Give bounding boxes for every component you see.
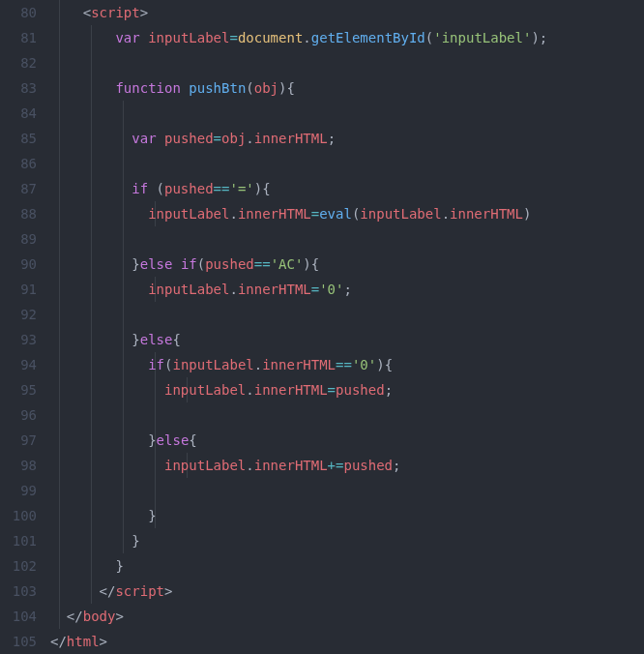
line-number: 94 [0, 352, 37, 377]
code-line[interactable]: if (pushed=='='){ [50, 176, 644, 201]
line-number: 87 [0, 176, 37, 201]
line-number: 102 [0, 553, 37, 579]
code-token [140, 30, 148, 45]
code-token: </ [67, 609, 83, 624]
code-token: '0' [352, 357, 376, 372]
code-line[interactable] [50, 402, 644, 428]
code-token: pushed [205, 256, 254, 272]
code-line[interactable]: var inputLabel=document.getElementById('… [50, 25, 644, 50]
code-line[interactable]: if(inputLabel.innerHTML=='0'){ [50, 352, 644, 377]
code-token: > [140, 5, 148, 20]
indent-guide [59, 302, 60, 327]
code-token: getElementById [311, 30, 425, 45]
line-number-gutter: 8081828384858687888990919293949596979899… [0, 0, 50, 654]
code-token: inputLabel [148, 206, 229, 222]
indent-guide [91, 478, 92, 503]
code-token: pushed [164, 181, 214, 196]
code-token [50, 357, 148, 372]
code-line[interactable]: } [50, 553, 644, 579]
code-line-text: inputLabel.innerHTML=pushed; [50, 382, 393, 398]
code-area[interactable]: <script> var inputLabel=document.getElem… [50, 0, 644, 654]
code-token: ( [246, 80, 253, 96]
code-token: ) [523, 206, 531, 222]
code-line-text: inputLabel.innerHTML=eval(inputLabel.inn… [50, 206, 531, 222]
code-token: </ [50, 634, 67, 649]
indent-guide [123, 226, 124, 252]
line-number: 90 [0, 252, 37, 277]
code-token: ( [197, 256, 205, 272]
indent-guide [155, 478, 156, 503]
code-token: eval [319, 206, 352, 222]
code-line[interactable]: }else{ [50, 327, 644, 352]
code-token: = [229, 30, 237, 45]
code-token: inputLabel [360, 206, 441, 222]
line-number: 95 [0, 377, 37, 402]
code-line[interactable] [50, 151, 644, 176]
code-line[interactable] [50, 50, 644, 75]
code-line-text: </script> [50, 583, 172, 599]
code-token: . [246, 131, 253, 146]
line-number: 83 [0, 75, 37, 101]
code-line[interactable]: inputLabel.innerHTML='0'; [50, 277, 644, 302]
code-line[interactable] [50, 478, 644, 503]
code-token [50, 382, 164, 398]
code-token: pushed [336, 382, 385, 398]
code-token [50, 533, 132, 549]
code-token: pushBtn [189, 80, 246, 96]
code-token [50, 458, 164, 473]
code-line[interactable]: <script> [50, 0, 644, 25]
code-line[interactable]: } [50, 503, 644, 528]
line-number: 103 [0, 579, 37, 604]
code-line[interactable] [50, 101, 644, 126]
code-token: inputLabel [148, 30, 229, 45]
code-line[interactable]: </html> [50, 629, 644, 654]
code-line[interactable] [50, 226, 644, 252]
code-token: innerHTML [450, 206, 523, 222]
code-line[interactable]: var pushed=obj.innerHTML; [50, 126, 644, 151]
code-editor[interactable]: 8081828384858687888990919293949596979899… [0, 0, 644, 654]
code-line-text: inputLabel.innerHTML+=pushed; [50, 458, 400, 473]
code-line[interactable]: inputLabel.innerHTML+=pushed; [50, 453, 644, 478]
indent-guide [123, 402, 124, 428]
code-line[interactable]: </script> [50, 579, 644, 604]
code-line-text: }else{ [50, 432, 197, 448]
code-token: } [148, 432, 156, 448]
code-line[interactable]: } [50, 528, 644, 553]
code-token: inputLabel [148, 282, 229, 297]
indent-guide [123, 302, 124, 327]
code-token: innerHTML [254, 458, 328, 473]
code-token: pushed [164, 131, 214, 146]
code-line[interactable]: }else{ [50, 428, 644, 453]
line-number: 97 [0, 428, 37, 453]
line-number: 105 [0, 629, 37, 654]
code-line[interactable]: }else if(pushed=='AC'){ [50, 252, 644, 277]
code-line[interactable]: </body> [50, 604, 644, 629]
code-line-text: inputLabel.innerHTML='0'; [50, 282, 352, 297]
line-number: 85 [0, 126, 37, 151]
line-number: 81 [0, 25, 37, 50]
code-token: '0' [319, 282, 343, 297]
code-line[interactable]: function pushBtn(obj){ [50, 75, 644, 101]
code-token [50, 131, 132, 146]
code-token: innerHTML [238, 282, 311, 297]
code-line[interactable]: inputLabel.innerHTML=pushed; [50, 377, 644, 402]
code-token [50, 181, 132, 196]
code-token: . [229, 282, 237, 297]
line-number: 89 [0, 226, 37, 252]
code-line[interactable] [50, 302, 644, 327]
indent-guide [91, 226, 92, 252]
code-token: == [336, 357, 352, 372]
code-token: obj [254, 80, 278, 96]
line-number: 92 [0, 302, 37, 327]
code-token: else [140, 332, 173, 347]
code-token: } [132, 332, 139, 347]
code-token: ; [540, 30, 547, 45]
code-token: { [189, 432, 196, 448]
code-token: script [115, 583, 164, 599]
code-line[interactable]: inputLabel.innerHTML=eval(inputLabel.inn… [50, 201, 644, 226]
indent-guide [59, 151, 60, 176]
code-token: < [83, 5, 91, 20]
code-token [50, 609, 67, 624]
code-token: ; [393, 458, 400, 473]
code-token: == [254, 256, 271, 272]
